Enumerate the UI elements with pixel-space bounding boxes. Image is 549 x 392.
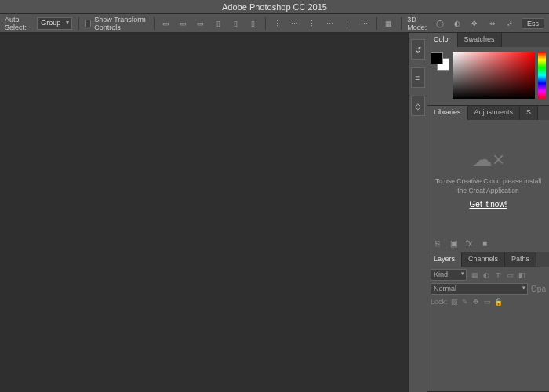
align-vcenter-icon[interactable]: ▭ [177, 16, 188, 31]
libraries-panel-body: ☁× To use Creative Cloud please install … [427, 120, 549, 236]
checkbox-box [85, 20, 91, 27]
separator [376, 17, 377, 30]
tab-styles[interactable]: S [520, 106, 538, 120]
align-hcenter-icon[interactable]: ▯ [230, 16, 241, 31]
filter-pixel-icon[interactable]: ▦ [470, 270, 479, 280]
layers-panel: Layers Channels Paths Kind ▦ ◐ T ▭ ◧ Nor… [427, 252, 549, 392]
auto-select-dropdown[interactable]: Group [37, 17, 72, 30]
filter-shape-icon[interactable]: ▭ [505, 270, 514, 280]
history-panel-icon[interactable]: ↺ [411, 39, 425, 60]
separator [401, 17, 402, 30]
transform-controls-label: Show Transform Controls [94, 16, 147, 31]
libraries-panel: Libraries Adjustments S ☁× To use Creati… [427, 106, 549, 252]
filter-text-icon[interactable]: T [493, 270, 503, 280]
get-it-now-link[interactable]: Get it now! [470, 200, 507, 209]
arrange-icon[interactable]: ▦ [383, 16, 394, 31]
separator [154, 17, 155, 30]
lock-artboard-icon[interactable]: ▭ [483, 297, 492, 307]
link-icon[interactable]: ⎘ [432, 238, 443, 249]
separator [78, 17, 79, 30]
tab-color[interactable]: Color [427, 33, 458, 47]
tab-paths[interactable]: Paths [505, 252, 536, 267]
foreground-color-swatch[interactable] [431, 52, 443, 64]
add-graphic-icon[interactable]: ▣ [448, 238, 459, 249]
show-transform-controls-checkbox[interactable]: Show Transform Controls [85, 16, 147, 31]
mode-3d-slide-icon[interactable]: ⇔ [487, 16, 498, 31]
mode-3d-zoom-icon[interactable]: ⤢ [504, 16, 515, 31]
layer-filter-dropdown[interactable]: Kind [431, 269, 467, 281]
distribute-icon[interactable]: ⋮ [307, 16, 318, 31]
properties-panel-icon[interactable]: ≡ [411, 67, 425, 88]
color-field[interactable] [453, 52, 535, 99]
filter-adjust-icon[interactable]: ◐ [482, 270, 491, 280]
title-bar: Adobe Photoshop CC 2015 [0, 0, 549, 14]
lock-label: Lock: [431, 298, 448, 306]
lock-all-icon[interactable]: 🔒 [494, 297, 503, 307]
layers-panel-body: Kind ▦ ◐ T ▭ ◧ Normal Opa Lock: ▨ [427, 267, 549, 376]
options-bar: Auto-Select: Group Show Transform Contro… [0, 14, 549, 33]
mode-3d-pan-icon[interactable]: ✥ [469, 16, 480, 31]
layers-panel-tabs: Layers Channels Paths [427, 252, 549, 267]
tab-adjustments[interactable]: Adjustments [468, 106, 521, 120]
align-left-icon[interactable]: ▯ [213, 16, 224, 31]
right-panel-stack: Color Swatches Libraries Adjustments S ☁… [427, 33, 549, 392]
swatch-add-icon[interactable]: ■ [479, 238, 490, 249]
mode-3d-label: 3D Mode: [407, 16, 428, 31]
collapsed-dock: ↺ ≡ ◇ [408, 33, 427, 392]
main-area: ↺ ≡ ◇ Color Swatches Libraries Adjustmen… [0, 33, 549, 392]
canvas-area[interactable] [0, 33, 408, 392]
align-bottom-icon[interactable]: ▭ [195, 16, 206, 31]
brush-panel-icon[interactable]: ◇ [411, 96, 425, 116]
color-panel: Color Swatches [427, 33, 549, 106]
filter-smart-icon[interactable]: ◧ [517, 270, 526, 280]
color-panel-tabs: Color Swatches [427, 33, 549, 47]
lock-transparency-icon[interactable]: ▨ [450, 297, 459, 307]
mode-3d-orbit-icon[interactable]: ◯ [434, 16, 445, 31]
tab-layers[interactable]: Layers [427, 252, 462, 267]
auto-select-label: Auto-Select: [5, 16, 31, 31]
opacity-label: Opa [531, 285, 546, 293]
distribute-icon[interactable]: ⋯ [358, 16, 369, 31]
app-title: Adobe Photoshop CC 2015 [222, 2, 327, 12]
distribute-icon[interactable]: ⋯ [324, 16, 335, 31]
distribute-h-icon[interactable]: ⋮ [271, 16, 282, 31]
distribute-icon[interactable]: ⋮ [341, 16, 352, 31]
tab-swatches[interactable]: Swatches [458, 33, 502, 47]
distribute-v-icon[interactable]: ⋯ [289, 16, 300, 31]
libraries-message: To use Creative Cloud please install the… [434, 176, 543, 195]
cloud-offline-icon: ☁× [472, 147, 504, 172]
hue-slider[interactable] [538, 52, 546, 99]
libraries-panel-tabs: Libraries Adjustments S [427, 106, 549, 120]
libraries-footer: ⎘ ▣ fx ■ [427, 236, 549, 252]
workspace-selector[interactable]: Ess [522, 18, 544, 29]
mode-3d-roll-icon[interactable]: ◐ [452, 16, 463, 31]
align-top-icon[interactable]: ▭ [160, 16, 171, 31]
fg-bg-color-swatch[interactable] [431, 52, 449, 71]
tab-libraries[interactable]: Libraries [427, 106, 468, 120]
lock-position-icon[interactable]: ✥ [472, 297, 481, 307]
layers-list[interactable] [431, 307, 546, 361]
separator [265, 17, 266, 30]
fx-icon[interactable]: fx [464, 238, 474, 249]
blend-mode-dropdown[interactable]: Normal [431, 283, 528, 295]
align-right-icon[interactable]: ▯ [247, 16, 258, 31]
lock-image-icon[interactable]: ✎ [461, 297, 470, 307]
tab-channels[interactable]: Channels [462, 252, 505, 267]
color-panel-body [427, 47, 549, 105]
